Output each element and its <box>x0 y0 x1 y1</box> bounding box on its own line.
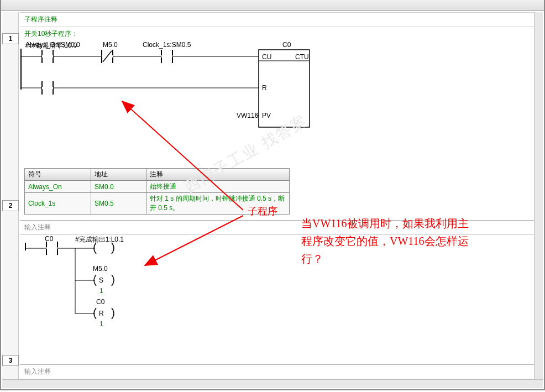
n2-coil1-label: #完成输出1:L0.1 <box>75 235 124 244</box>
n2-coil3-type: R <box>99 310 104 317</box>
cell-note: 始终接通 <box>146 181 290 193</box>
network1-ladder[interactable]: Always_On:SM0.0 M5.0 Clock_1s:SM0.5 #计数器… <box>20 41 534 135</box>
annotation-question: 当VW116被调用时，如果我利用主 程序改变它的值，VW116会怎样运 行？ <box>301 215 533 268</box>
editor-content: 子程序注释 开关10秒子程序： Always_On:SM0.0 M5.0 Clo… <box>20 12 534 379</box>
ladder-editor[interactable]: 1 2 3 子程序注释 开关10秒子程序： Always_On:SM0.0 M5… <box>2 12 534 379</box>
n2-coil2-type: S <box>99 276 103 284</box>
editor-frame: 1 2 3 子程序注释 开关10秒子程序： Always_On:SM0.0 M5… <box>0 0 545 390</box>
n2-coil2-name: M5.0 <box>93 265 108 273</box>
ladder-svg-1 <box>20 41 329 135</box>
header-note: 注释 <box>146 169 290 181</box>
anno-line3: 行？ <box>301 253 323 265</box>
n2-contact-label: C0 <box>45 235 53 243</box>
rung-gutter: 1 2 3 <box>2 12 19 379</box>
annotation-label: 子程序 <box>248 205 277 218</box>
cell-symbol: Clock_1s <box>25 193 91 215</box>
svg-rect-4 <box>42 55 53 58</box>
table-header: 符号 地址 注释 <box>25 169 290 181</box>
svg-rect-23 <box>46 247 57 249</box>
svg-rect-17 <box>259 50 310 127</box>
vertical-scrollbar[interactable] <box>534 12 543 379</box>
ladder-svg-2 <box>24 235 157 334</box>
rung-number-1[interactable]: 1 <box>2 33 19 44</box>
horizontal-scrollbar[interactable] <box>2 379 543 388</box>
n2-coil2-val: 1 <box>99 287 103 295</box>
toolbar <box>1 0 544 11</box>
network3-comment[interactable]: 输入注释 <box>20 365 534 379</box>
network1-title[interactable]: 开关10秒子程序： <box>20 27 534 41</box>
cell-address: SM0.5 <box>91 193 146 215</box>
header-address: 地址 <box>91 169 146 181</box>
header-symbol: 符号 <box>25 169 91 181</box>
table-row[interactable]: Always_On SM0.0 始终接通 <box>25 181 290 193</box>
n2-coil3-name: C0 <box>96 298 104 306</box>
cell-symbol: Always_On <box>25 181 91 193</box>
n2-coil3-val: 1 <box>99 320 103 328</box>
rung-number-3[interactable]: 3 <box>2 355 19 366</box>
subroutine-comment[interactable]: 子程序注释 <box>20 12 534 27</box>
anno-line1: 当VW116被调用时，如果我利用主 <box>301 217 469 229</box>
svg-rect-15 <box>42 87 53 89</box>
anno-line2: 程序改变它的值，VW116会怎样运 <box>301 235 469 247</box>
cell-address: SM0.0 <box>91 181 146 193</box>
svg-rect-11 <box>161 55 172 58</box>
rung-number-2[interactable]: 2 <box>2 200 19 211</box>
